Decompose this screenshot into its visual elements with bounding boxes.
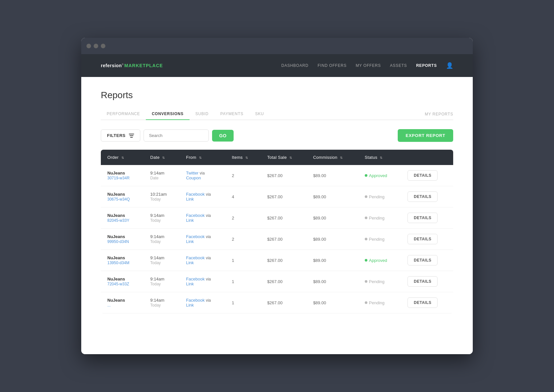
titlebar-maximize-dot (101, 44, 105, 48)
cell-total-3: $267.00 (261, 229, 307, 250)
order-name-6: NuJeans (107, 298, 137, 303)
cell-status-3: Pending (358, 229, 401, 250)
nav-find-offers[interactable]: FIND OFFERS (317, 63, 346, 68)
cell-items-3: 2 (225, 229, 261, 250)
from-type-4[interactable]: Link (186, 260, 194, 265)
from-type-2[interactable]: Link (186, 218, 194, 223)
sort-commission-icon[interactable]: ⇅ (340, 156, 343, 159)
th-actions (401, 150, 453, 165)
sort-from-icon[interactable]: ⇅ (199, 156, 202, 159)
from-via-3: via (206, 234, 211, 239)
status-badge-3: Pending (365, 237, 394, 242)
tab-sku[interactable]: SKU (249, 108, 270, 120)
user-icon[interactable]: 👤 (446, 62, 453, 69)
th-date: Date ⇅ (144, 150, 180, 165)
th-from: From ⇅ (179, 150, 225, 165)
nav-reports[interactable]: REPORTS (416, 63, 437, 68)
from-via-1: via (206, 192, 211, 197)
cell-order-1: NuJeans 30675-w34Q (101, 186, 144, 207)
order-name-5: NuJeans (107, 277, 137, 281)
tab-conversions[interactable]: CONVERSIONS (146, 108, 189, 120)
cell-commission-5: $89.00 (307, 271, 358, 292)
details-button-2[interactable]: DETAILS (408, 213, 438, 223)
tab-subid[interactable]: SUBID (190, 108, 215, 120)
details-button-0[interactable]: DETAILS (408, 170, 438, 181)
tab-payments[interactable]: PAYMENTS (214, 108, 249, 120)
order-id-3[interactable]: 99950-d34N (107, 239, 129, 244)
nav-assets[interactable]: ASSETS (390, 63, 407, 68)
details-button-5[interactable]: DETAILS (408, 276, 438, 287)
sort-total-icon[interactable]: ⇅ (289, 156, 292, 159)
sort-date-icon[interactable]: ⇅ (162, 156, 165, 159)
date-label-4: Today (150, 261, 161, 265)
details-button-1[interactable]: DETAILS (408, 191, 438, 202)
export-report-button[interactable]: EXPORT REPORT (398, 129, 453, 142)
sort-items-icon[interactable]: ⇅ (245, 156, 248, 159)
logo-marketplace: MARKETPLACE (124, 63, 163, 68)
from-source-0[interactable]: Twitter (186, 171, 198, 175)
table-row: NuJeans 30675-w34Q 10:21am Today Faceboo… (101, 186, 453, 207)
sort-status-icon[interactable]: ⇅ (380, 156, 382, 159)
details-button-3[interactable]: DETAILS (408, 234, 438, 244)
logo: refersion® MARKETPLACE (101, 63, 163, 68)
status-dot-0 (365, 174, 367, 177)
date-label-1: Today (150, 197, 161, 202)
cell-date-3: 9:14am Today (144, 229, 180, 250)
from-type-1[interactable]: Link (186, 197, 194, 202)
tab-performance[interactable]: PERFORMANCE (101, 108, 146, 120)
cell-commission-1: $89.00 (307, 186, 358, 207)
status-badge-1: Pending (365, 194, 394, 199)
filters-button[interactable]: FILTERS (101, 129, 140, 142)
cell-order-2: NuJeans 82045-w33Y (101, 207, 144, 229)
from-source-3[interactable]: Facebook (186, 234, 205, 239)
nav-my-offers[interactable]: MY OFFERS (356, 63, 381, 68)
status-dot-5 (365, 280, 367, 283)
cell-total-2: $267.00 (261, 207, 307, 229)
cell-commission-2: $89.00 (307, 207, 358, 229)
from-source-6[interactable]: Facebook (186, 298, 205, 303)
from-source-5[interactable]: Facebook (186, 277, 205, 281)
nav-dashboard[interactable]: DASHBOARD (281, 63, 308, 68)
cell-date-5: 9:14am Today (144, 271, 180, 292)
order-name-3: NuJeans (107, 234, 137, 239)
sort-order-icon[interactable]: ⇅ (121, 156, 124, 159)
filter-icon (129, 134, 134, 138)
order-id-5[interactable]: 72045-w33Z (107, 282, 129, 286)
from-via-4: via (206, 256, 211, 260)
from-source-4[interactable]: Facebook (186, 255, 205, 260)
from-source-2[interactable]: Facebook (186, 213, 205, 218)
from-type-6[interactable]: Link (186, 303, 194, 308)
details-button-6[interactable]: DETAILS (408, 297, 438, 308)
go-button[interactable]: GO (212, 130, 234, 142)
tab-my-reports[interactable]: MY REPORTS (425, 109, 453, 120)
page-title: Reports (101, 90, 453, 100)
cell-order-5: NuJeans 72045-w33Z (101, 271, 144, 292)
cell-status-6: Pending (358, 292, 401, 313)
app-window: refersion® MARKETPLACE DASHBOARD FIND OF… (81, 38, 473, 354)
order-id-1[interactable]: 30675-w34Q (107, 197, 130, 202)
cell-actions-2: DETAILS (401, 207, 453, 229)
details-button-4[interactable]: DETAILS (408, 255, 438, 265)
order-id-4[interactable]: 13950-d34M (107, 261, 129, 265)
cell-items-2: 2 (225, 207, 261, 229)
order-id-2[interactable]: 82045-w33Y (107, 218, 129, 223)
from-via-5: via (206, 277, 211, 281)
search-input[interactable] (144, 129, 209, 142)
cell-total-0: $267.00 (261, 165, 307, 186)
cell-actions-0: DETAILS (401, 165, 453, 186)
date-label-5: Today (150, 282, 161, 286)
from-type-5[interactable]: Link (186, 281, 194, 286)
cell-order-3: NuJeans 99950-d34N (101, 229, 144, 250)
from-type-3[interactable]: Link (186, 239, 194, 244)
cell-total-1: $267.00 (261, 186, 307, 207)
status-badge-6: Pending (365, 300, 394, 305)
toolbar: FILTERS GO EXPORT REPORT (101, 129, 453, 142)
table-row: NuJeans 82045-w33Y 9:14am Today Facebook… (101, 207, 453, 229)
from-source-1[interactable]: Facebook (186, 192, 205, 197)
order-id-6[interactable]: ... (107, 303, 111, 308)
from-type-0[interactable]: Coupon (186, 175, 201, 180)
order-id-0[interactable]: 30719-w34R (107, 176, 130, 180)
main-content: Reports PERFORMANCE CONVERSIONS SUBID PA… (81, 77, 473, 354)
titlebar-close-dot (86, 44, 91, 48)
table-row: NuJeans 30719-w34R 9:14am Date Twitter v… (101, 165, 453, 186)
